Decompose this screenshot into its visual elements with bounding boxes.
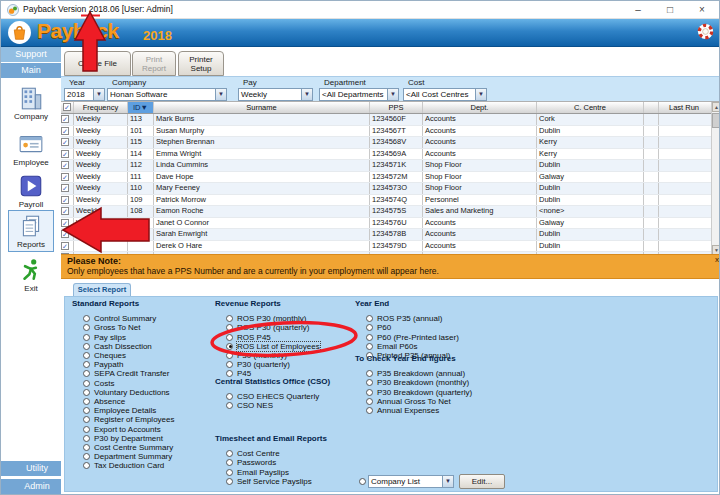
sidebar-item-exit[interactable]: Exit — [8, 255, 54, 295]
report-option-label[interactable]: Tax Deduction Card — [94, 461, 164, 470]
header-select-all-checkbox[interactable]: ✓ — [61, 102, 74, 113]
column-header-surname[interactable]: Surname — [154, 102, 370, 113]
tab-select-report[interactable]: Select Report — [73, 283, 131, 296]
checkbox-checked-icon[interactable]: ✓ — [61, 184, 69, 192]
report-option-cost-centre[interactable]: Cost Centre — [226, 444, 280, 453]
report-option-control-summary[interactable]: Control Summary — [83, 309, 156, 318]
checkbox-checked-icon[interactable]: ✓ — [61, 207, 69, 215]
scroll-thumb[interactable] — [712, 113, 720, 128]
checkbox-checked-icon[interactable]: ✓ — [63, 103, 71, 111]
report-option-sepa-credit-transfer[interactable]: SEPA Credit Transfer — [83, 364, 169, 373]
radio-icon[interactable] — [226, 402, 233, 409]
radio-icon[interactable] — [83, 462, 90, 469]
report-option-ros-p45[interactable]: ROS P45 — [226, 327, 271, 336]
table-row[interactable]: ✓Weekly110Mary Feeney1234573OShop FloorD… — [61, 183, 720, 195]
report-option-ros-p30-quarterly-[interactable]: ROS P30 (quarterly) — [226, 318, 309, 327]
sidebar-tab-support[interactable]: Support — [1, 47, 61, 62]
report-option-cso-ehecs-quarterly[interactable]: CSO EHECS Quarterly — [226, 387, 319, 396]
report-option-p60-pre-printed-laser-[interactable]: P60 (Pre-Printed laser) — [366, 327, 459, 336]
close-button[interactable]: × — [687, 1, 717, 19]
checkbox-checked-icon[interactable]: ✓ — [61, 115, 69, 123]
report-option-p30-quarterly-[interactable]: P30 (quarterly) — [226, 355, 290, 364]
checkbox-checked-icon[interactable]: ✓ — [61, 161, 69, 169]
checkbox-checked-icon[interactable]: ✓ — [61, 196, 69, 204]
help-lifebuoy-icon[interactable] — [696, 22, 715, 41]
column-header-frequency[interactable]: Frequency — [74, 102, 128, 113]
report-option-export-to-accounts[interactable]: Export to Accounts — [83, 419, 161, 428]
radio-icon[interactable] — [366, 407, 373, 414]
report-option-p60[interactable]: P60 — [366, 318, 391, 327]
checkbox-checked-icon[interactable]: ✓ — [61, 173, 69, 181]
minimize-button[interactable]: – — [623, 1, 653, 19]
table-row[interactable]: ✓Sarah Enwright1234578BAccountsDublin — [61, 229, 720, 241]
scroll-down-icon[interactable]: ▼ — [712, 245, 720, 254]
column-header-id-sorted[interactable]: ID▼ — [128, 102, 154, 113]
chevron-down-icon[interactable]: ▼ — [215, 89, 226, 100]
filter-dropdown-company[interactable]: Honan Software▼ — [107, 88, 227, 101]
table-row[interactable]: ✓Weekly115Stephen Brennan1234568VAccount… — [61, 137, 720, 149]
tab-create-file[interactable]: Create File — [64, 51, 131, 76]
table-row[interactable]: ✓Weekly111Dave Hope1234572MShop FloorGal… — [61, 172, 720, 184]
report-option-cost-centre-summary[interactable]: Cost Centre Summary — [83, 438, 173, 447]
company-list-dropdown[interactable]: Company List ▼ — [368, 475, 454, 488]
chevron-down-icon[interactable]: ▼ — [93, 89, 104, 100]
report-option-label[interactable]: CSO NES — [237, 401, 273, 410]
report-option-label[interactable]: Self Service Payslips — [237, 477, 312, 486]
checkbox-checked-icon[interactable]: ✓ — [61, 127, 69, 135]
sidebar-item-employee[interactable]: Employee — [8, 129, 54, 169]
filter-dropdown-pay[interactable]: Weekly▼ — [238, 88, 313, 101]
report-option-absence[interactable]: Absence — [83, 392, 125, 401]
report-option-cash-dissection[interactable]: Cash Dissection — [83, 337, 152, 346]
report-option-annual-gross-to-net[interactable]: Annual Gross To Net — [366, 392, 451, 401]
report-option-employee-details[interactable]: Employee Details — [83, 401, 156, 410]
filter-dropdown-department[interactable]: <All Departments▼ — [319, 88, 399, 101]
checkbox-checked-icon[interactable]: ✓ — [61, 219, 69, 227]
report-option-label[interactable]: Annual Expenses — [377, 406, 439, 415]
report-option-annual-expenses[interactable]: Annual Expenses — [366, 401, 439, 410]
column-header-last-run[interactable]: Last Run — [659, 102, 709, 113]
report-option-p30-breakdown-quarterly-[interactable]: P30 Breakdown (quarterly) — [366, 382, 472, 391]
report-option-ros-p35-annual-[interactable]: ROS P35 (annual) — [366, 309, 442, 318]
sidebar-item-payroll[interactable]: Payroll — [8, 171, 54, 211]
chevron-down-icon[interactable]: ▼ — [301, 89, 312, 100]
checkbox-checked-icon[interactable]: ✓ — [61, 150, 69, 158]
report-option-email-p60s[interactable]: Email P60s — [366, 337, 417, 346]
table-row[interactable]: ✓Weekly112Linda Cummins1234571KShop Floo… — [61, 160, 720, 172]
table-row[interactable]: ✓Weekly108Eamon Roche1234575SSales and M… — [61, 206, 720, 218]
checkbox-checked-icon[interactable]: ✓ — [61, 242, 69, 250]
chevron-down-icon[interactable]: ▼ — [475, 89, 486, 100]
report-option-p30-breakdown-monthly-[interactable]: P30 Breakdown (monthly) — [366, 373, 469, 382]
report-option-email-payslips[interactable]: Email Payslips — [226, 462, 289, 471]
sidebar-tab-main[interactable]: Main — [1, 63, 61, 78]
report-option-self-service-payslips[interactable]: Self Service Payslips — [226, 472, 312, 481]
report-option-p45[interactable]: P45 — [226, 364, 251, 373]
table-row[interactable]: ✓Derek O Hare1234579DAccountsDublin — [61, 241, 720, 253]
checkbox-checked-icon[interactable]: ✓ — [61, 138, 69, 146]
scroll-up-icon[interactable]: ▲ — [712, 102, 720, 112]
chevron-down-icon[interactable]: ▼ — [387, 89, 398, 100]
report-option-cso-nes[interactable]: CSO NES — [226, 396, 273, 405]
report-option-p30-monthly-[interactable]: P30 (monthly) — [226, 346, 287, 355]
report-option-ros-p30-monthly-[interactable]: ROS P30 (monthly) — [226, 309, 306, 318]
column-header-c-centre[interactable]: C. Centre — [537, 102, 644, 113]
column-header-dept[interactable]: Dept. — [423, 102, 537, 113]
report-option-passwords[interactable]: Passwords — [226, 453, 276, 462]
radio-icon[interactable] — [226, 478, 233, 485]
report-option-voluntary-deductions[interactable]: Voluntary Deductions — [83, 383, 170, 392]
notice-close-icon[interactable]: x — [715, 255, 719, 264]
report-option-p30-by-department[interactable]: P30 by Department — [83, 429, 163, 438]
table-row[interactable]: ✓Weekly113Mark Burns1234560FAccountsCork — [61, 114, 720, 126]
report-option-paypath[interactable]: Paypath — [83, 355, 123, 364]
filter-dropdown-cost[interactable]: <All Cost Centres▼ — [403, 88, 487, 101]
filter-dropdown-year[interactable]: 2018▼ — [64, 88, 105, 101]
sidebar-item-reports[interactable]: Reports — [8, 210, 54, 252]
report-option-gross-to-net[interactable]: Gross To Net — [83, 318, 141, 327]
report-option-ros-list-of-employees[interactable]: ROS List of Employees — [226, 337, 320, 346]
checkbox-checked-icon[interactable]: ✓ — [61, 230, 69, 238]
tab-printer-setup[interactable]: Printer Setup — [178, 51, 224, 76]
column-header-pps[interactable]: PPS — [370, 102, 423, 113]
maximize-button[interactable]: □ — [655, 1, 685, 19]
grid-scrollbar[interactable]: ▲ ▼ — [711, 102, 720, 254]
report-option-tax-deduction-card[interactable]: Tax Deduction Card — [83, 456, 164, 465]
table-row[interactable]: ✓Weekly101Susan Murphy1234567TAccountsDu… — [61, 126, 720, 138]
